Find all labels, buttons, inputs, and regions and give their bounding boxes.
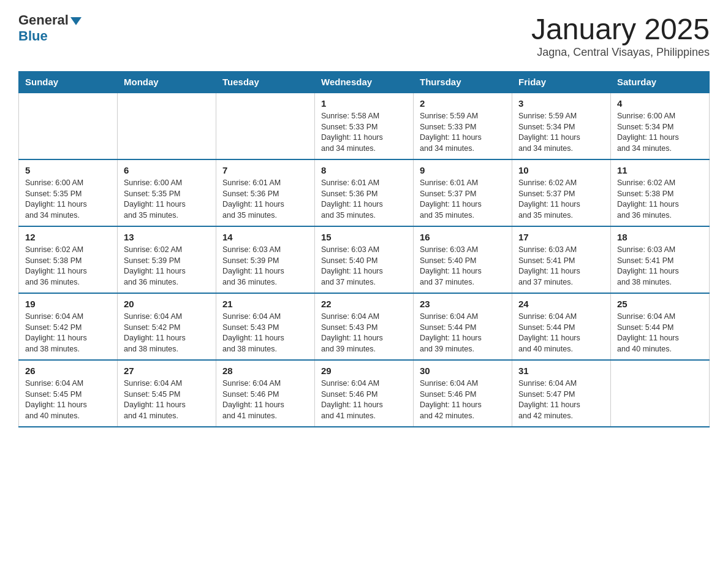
calendar-cell: 10Sunrise: 6:02 AM Sunset: 5:37 PM Dayli… bbox=[512, 159, 611, 226]
calendar-cell: 24Sunrise: 6:04 AM Sunset: 5:44 PM Dayli… bbox=[512, 293, 611, 360]
calendar-cell: 30Sunrise: 6:04 AM Sunset: 5:46 PM Dayli… bbox=[414, 360, 512, 427]
calendar-week-2: 5Sunrise: 6:00 AM Sunset: 5:35 PM Daylig… bbox=[19, 159, 710, 226]
day-info: Sunrise: 6:04 AM Sunset: 5:44 PM Dayligh… bbox=[420, 312, 506, 354]
day-info: Sunrise: 6:01 AM Sunset: 5:36 PM Dayligh… bbox=[321, 178, 407, 221]
day-number: 4 bbox=[617, 98, 703, 109]
day-info: Sunrise: 6:02 AM Sunset: 5:39 PM Dayligh… bbox=[124, 245, 210, 288]
calendar-cell: 27Sunrise: 6:04 AM Sunset: 5:45 PM Dayli… bbox=[118, 360, 216, 427]
calendar-cell bbox=[118, 93, 216, 159]
calendar-cell: 21Sunrise: 6:04 AM Sunset: 5:43 PM Dayli… bbox=[216, 293, 315, 360]
day-number: 24 bbox=[518, 299, 604, 309]
day-info: Sunrise: 6:03 AM Sunset: 5:40 PM Dayligh… bbox=[420, 245, 506, 288]
day-info: Sunrise: 6:04 AM Sunset: 5:42 PM Dayligh… bbox=[124, 312, 210, 354]
calendar-cell: 13Sunrise: 6:02 AM Sunset: 5:39 PM Dayli… bbox=[118, 226, 216, 293]
calendar-cell: 17Sunrise: 6:03 AM Sunset: 5:41 PM Dayli… bbox=[512, 226, 611, 293]
day-info: Sunrise: 6:01 AM Sunset: 5:37 PM Dayligh… bbox=[420, 178, 506, 221]
title-section: January 2025 Jagna, Central Visayas, Phi… bbox=[531, 12, 710, 59]
day-info: Sunrise: 6:00 AM Sunset: 5:35 PM Dayligh… bbox=[25, 178, 111, 221]
logo-arrow-icon bbox=[70, 17, 82, 25]
calendar-cell: 14Sunrise: 6:03 AM Sunset: 5:39 PM Dayli… bbox=[216, 226, 315, 293]
day-number: 30 bbox=[420, 366, 506, 376]
day-number: 5 bbox=[25, 165, 111, 175]
day-info: Sunrise: 6:04 AM Sunset: 5:42 PM Dayligh… bbox=[25, 312, 111, 354]
day-number: 17 bbox=[518, 232, 604, 242]
day-number: 22 bbox=[321, 299, 407, 309]
day-number: 12 bbox=[25, 232, 111, 242]
calendar-cell: 8Sunrise: 6:01 AM Sunset: 5:36 PM Daylig… bbox=[315, 159, 414, 226]
day-info: Sunrise: 6:04 AM Sunset: 5:47 PM Dayligh… bbox=[518, 378, 604, 421]
day-info: Sunrise: 6:00 AM Sunset: 5:34 PM Dayligh… bbox=[617, 111, 703, 154]
calendar-cell: 16Sunrise: 6:03 AM Sunset: 5:40 PM Dayli… bbox=[414, 226, 512, 293]
calendar-week-1: 1Sunrise: 5:58 AM Sunset: 5:33 PM Daylig… bbox=[19, 93, 710, 159]
location-text: Jagna, Central Visayas, Philippines bbox=[531, 46, 710, 59]
calendar-cell: 28Sunrise: 6:04 AM Sunset: 5:46 PM Dayli… bbox=[216, 360, 315, 427]
day-info: Sunrise: 6:03 AM Sunset: 5:41 PM Dayligh… bbox=[518, 245, 604, 288]
day-info: Sunrise: 6:02 AM Sunset: 5:37 PM Dayligh… bbox=[518, 178, 604, 221]
calendar-week-3: 12Sunrise: 6:02 AM Sunset: 5:38 PM Dayli… bbox=[19, 226, 710, 293]
calendar-cell: 15Sunrise: 6:03 AM Sunset: 5:40 PM Dayli… bbox=[315, 226, 414, 293]
header-thursday: Thursday bbox=[414, 72, 512, 93]
header-saturday: Saturday bbox=[611, 72, 710, 93]
header-sunday: Sunday bbox=[19, 72, 118, 93]
day-number: 11 bbox=[617, 165, 703, 175]
calendar-cell: 3Sunrise: 5:59 AM Sunset: 5:34 PM Daylig… bbox=[512, 93, 611, 159]
day-number: 2 bbox=[420, 98, 506, 109]
calendar-cell: 29Sunrise: 6:04 AM Sunset: 5:46 PM Dayli… bbox=[315, 360, 414, 427]
day-number: 21 bbox=[222, 299, 308, 309]
day-info: Sunrise: 6:02 AM Sunset: 5:38 PM Dayligh… bbox=[617, 178, 703, 221]
day-info: Sunrise: 6:04 AM Sunset: 5:43 PM Dayligh… bbox=[222, 312, 308, 354]
calendar-cell: 31Sunrise: 6:04 AM Sunset: 5:47 PM Dayli… bbox=[512, 360, 611, 427]
logo-general-text: General bbox=[18, 12, 69, 28]
day-info: Sunrise: 6:04 AM Sunset: 5:46 PM Dayligh… bbox=[222, 378, 308, 421]
day-number: 25 bbox=[617, 299, 703, 309]
day-number: 15 bbox=[321, 232, 407, 242]
day-number: 27 bbox=[124, 366, 210, 376]
page-header: General Blue January 2025 Jagna, Central… bbox=[18, 12, 710, 59]
day-number: 9 bbox=[420, 165, 506, 175]
day-info: Sunrise: 6:04 AM Sunset: 5:44 PM Dayligh… bbox=[518, 312, 604, 354]
calendar-cell: 22Sunrise: 6:04 AM Sunset: 5:43 PM Dayli… bbox=[315, 293, 414, 360]
calendar-cell: 23Sunrise: 6:04 AM Sunset: 5:44 PM Dayli… bbox=[414, 293, 512, 360]
header-friday: Friday bbox=[512, 72, 611, 93]
calendar-cell bbox=[216, 93, 315, 159]
day-number: 10 bbox=[518, 165, 604, 175]
calendar-table: SundayMondayTuesdayWednesdayThursdayFrid… bbox=[18, 71, 710, 427]
day-number: 3 bbox=[518, 98, 604, 109]
day-info: Sunrise: 6:02 AM Sunset: 5:38 PM Dayligh… bbox=[25, 245, 111, 288]
logo-blue-text: Blue bbox=[18, 28, 48, 44]
day-number: 6 bbox=[124, 165, 210, 175]
calendar-cell: 4Sunrise: 6:00 AM Sunset: 5:34 PM Daylig… bbox=[611, 93, 710, 159]
day-info: Sunrise: 5:58 AM Sunset: 5:33 PM Dayligh… bbox=[321, 111, 407, 154]
day-info: Sunrise: 5:59 AM Sunset: 5:34 PM Dayligh… bbox=[518, 111, 604, 154]
day-info: Sunrise: 6:04 AM Sunset: 5:44 PM Dayligh… bbox=[617, 312, 703, 354]
day-info: Sunrise: 6:04 AM Sunset: 5:45 PM Dayligh… bbox=[124, 378, 210, 421]
day-info: Sunrise: 6:03 AM Sunset: 5:40 PM Dayligh… bbox=[321, 245, 407, 288]
day-number: 14 bbox=[222, 232, 308, 242]
logo: General Blue bbox=[18, 12, 82, 44]
calendar-cell: 11Sunrise: 6:02 AM Sunset: 5:38 PM Dayli… bbox=[611, 159, 710, 226]
calendar-cell: 20Sunrise: 6:04 AM Sunset: 5:42 PM Dayli… bbox=[118, 293, 216, 360]
calendar-cell: 12Sunrise: 6:02 AM Sunset: 5:38 PM Dayli… bbox=[19, 226, 118, 293]
day-info: Sunrise: 6:04 AM Sunset: 5:45 PM Dayligh… bbox=[25, 378, 111, 421]
day-number: 7 bbox=[222, 165, 308, 175]
calendar-cell: 25Sunrise: 6:04 AM Sunset: 5:44 PM Dayli… bbox=[611, 293, 710, 360]
month-title: January 2025 bbox=[531, 12, 710, 46]
calendar-cell: 18Sunrise: 6:03 AM Sunset: 5:41 PM Dayli… bbox=[611, 226, 710, 293]
day-number: 13 bbox=[124, 232, 210, 242]
day-info: Sunrise: 5:59 AM Sunset: 5:33 PM Dayligh… bbox=[420, 111, 506, 154]
calendar-cell bbox=[611, 360, 710, 427]
calendar-cell: 9Sunrise: 6:01 AM Sunset: 5:37 PM Daylig… bbox=[414, 159, 512, 226]
calendar-cell: 1Sunrise: 5:58 AM Sunset: 5:33 PM Daylig… bbox=[315, 93, 414, 159]
day-number: 18 bbox=[617, 232, 703, 242]
day-info: Sunrise: 6:03 AM Sunset: 5:41 PM Dayligh… bbox=[617, 245, 703, 288]
day-number: 31 bbox=[518, 366, 604, 376]
calendar-week-4: 19Sunrise: 6:04 AM Sunset: 5:42 PM Dayli… bbox=[19, 293, 710, 360]
day-number: 26 bbox=[25, 366, 111, 376]
day-number: 20 bbox=[124, 299, 210, 309]
day-info: Sunrise: 6:04 AM Sunset: 5:46 PM Dayligh… bbox=[321, 378, 407, 421]
day-number: 19 bbox=[25, 299, 111, 309]
calendar-cell: 19Sunrise: 6:04 AM Sunset: 5:42 PM Dayli… bbox=[19, 293, 118, 360]
header-monday: Monday bbox=[118, 72, 216, 93]
day-number: 16 bbox=[420, 232, 506, 242]
header-wednesday: Wednesday bbox=[315, 72, 414, 93]
